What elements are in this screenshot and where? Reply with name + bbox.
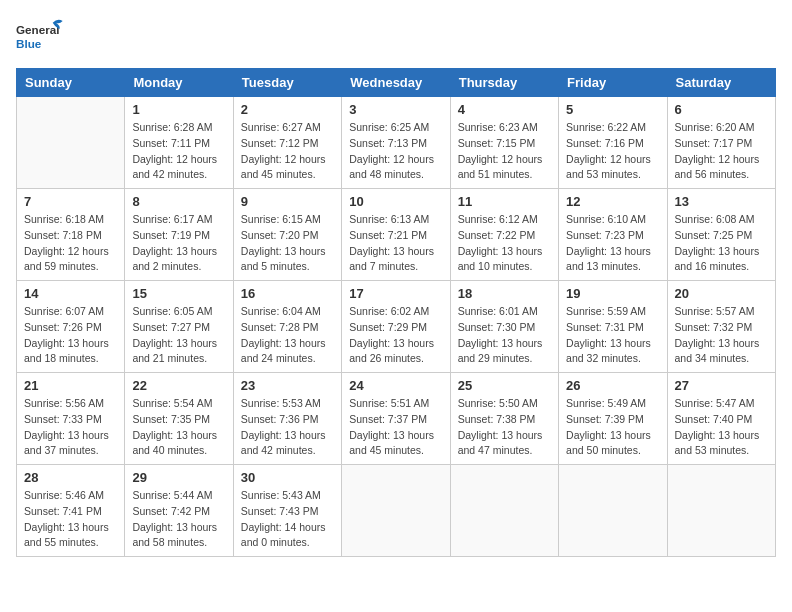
day-number: 10 <box>349 194 442 209</box>
calendar-day-cell: 4Sunrise: 6:23 AMSunset: 7:15 PMDaylight… <box>450 97 558 189</box>
day-info: Sunrise: 6:18 AMSunset: 7:18 PMDaylight:… <box>24 212 117 275</box>
day-number: 3 <box>349 102 442 117</box>
day-number: 13 <box>675 194 768 209</box>
day-number: 16 <box>241 286 334 301</box>
calendar-day-cell: 9Sunrise: 6:15 AMSunset: 7:20 PMDaylight… <box>233 189 341 281</box>
day-info: Sunrise: 6:04 AMSunset: 7:28 PMDaylight:… <box>241 304 334 367</box>
page-header: General Blue <box>16 16 776 56</box>
calendar-day-cell: 26Sunrise: 5:49 AMSunset: 7:39 PMDayligh… <box>559 373 667 465</box>
day-number: 24 <box>349 378 442 393</box>
day-info: Sunrise: 6:12 AMSunset: 7:22 PMDaylight:… <box>458 212 551 275</box>
day-info: Sunrise: 5:53 AMSunset: 7:36 PMDaylight:… <box>241 396 334 459</box>
calendar-day-cell: 11Sunrise: 6:12 AMSunset: 7:22 PMDayligh… <box>450 189 558 281</box>
day-number: 29 <box>132 470 225 485</box>
calendar-day-cell <box>450 465 558 557</box>
calendar-week-row: 1Sunrise: 6:28 AMSunset: 7:11 PMDaylight… <box>17 97 776 189</box>
calendar-day-cell: 22Sunrise: 5:54 AMSunset: 7:35 PMDayligh… <box>125 373 233 465</box>
day-number: 6 <box>675 102 768 117</box>
calendar-week-row: 21Sunrise: 5:56 AMSunset: 7:33 PMDayligh… <box>17 373 776 465</box>
weekday-header: Sunday <box>17 69 125 97</box>
svg-text:General: General <box>16 23 59 36</box>
day-info: Sunrise: 6:05 AMSunset: 7:27 PMDaylight:… <box>132 304 225 367</box>
day-number: 8 <box>132 194 225 209</box>
calendar-day-cell: 19Sunrise: 5:59 AMSunset: 7:31 PMDayligh… <box>559 281 667 373</box>
day-number: 18 <box>458 286 551 301</box>
day-info: Sunrise: 6:13 AMSunset: 7:21 PMDaylight:… <box>349 212 442 275</box>
day-info: Sunrise: 5:43 AMSunset: 7:43 PMDaylight:… <box>241 488 334 551</box>
calendar-day-cell <box>667 465 775 557</box>
day-info: Sunrise: 6:20 AMSunset: 7:17 PMDaylight:… <box>675 120 768 183</box>
calendar-week-row: 28Sunrise: 5:46 AMSunset: 7:41 PMDayligh… <box>17 465 776 557</box>
day-number: 11 <box>458 194 551 209</box>
day-number: 21 <box>24 378 117 393</box>
day-info: Sunrise: 5:57 AMSunset: 7:32 PMDaylight:… <box>675 304 768 367</box>
day-info: Sunrise: 5:51 AMSunset: 7:37 PMDaylight:… <box>349 396 442 459</box>
day-number: 2 <box>241 102 334 117</box>
calendar-day-cell: 1Sunrise: 6:28 AMSunset: 7:11 PMDaylight… <box>125 97 233 189</box>
day-info: Sunrise: 6:27 AMSunset: 7:12 PMDaylight:… <box>241 120 334 183</box>
day-info: Sunrise: 6:25 AMSunset: 7:13 PMDaylight:… <box>349 120 442 183</box>
weekday-header: Friday <box>559 69 667 97</box>
day-info: Sunrise: 5:49 AMSunset: 7:39 PMDaylight:… <box>566 396 659 459</box>
day-number: 23 <box>241 378 334 393</box>
calendar-day-cell: 13Sunrise: 6:08 AMSunset: 7:25 PMDayligh… <box>667 189 775 281</box>
day-number: 7 <box>24 194 117 209</box>
weekday-header: Monday <box>125 69 233 97</box>
day-number: 12 <box>566 194 659 209</box>
calendar-day-cell: 18Sunrise: 6:01 AMSunset: 7:30 PMDayligh… <box>450 281 558 373</box>
calendar-day-cell: 16Sunrise: 6:04 AMSunset: 7:28 PMDayligh… <box>233 281 341 373</box>
calendar-day-cell: 8Sunrise: 6:17 AMSunset: 7:19 PMDaylight… <box>125 189 233 281</box>
day-info: Sunrise: 6:28 AMSunset: 7:11 PMDaylight:… <box>132 120 225 183</box>
day-number: 22 <box>132 378 225 393</box>
logo-icon: General Blue <box>16 16 66 56</box>
day-info: Sunrise: 5:59 AMSunset: 7:31 PMDaylight:… <box>566 304 659 367</box>
day-info: Sunrise: 5:54 AMSunset: 7:35 PMDaylight:… <box>132 396 225 459</box>
day-info: Sunrise: 5:50 AMSunset: 7:38 PMDaylight:… <box>458 396 551 459</box>
day-info: Sunrise: 6:15 AMSunset: 7:20 PMDaylight:… <box>241 212 334 275</box>
day-info: Sunrise: 6:17 AMSunset: 7:19 PMDaylight:… <box>132 212 225 275</box>
calendar-day-cell: 28Sunrise: 5:46 AMSunset: 7:41 PMDayligh… <box>17 465 125 557</box>
weekday-header-row: SundayMondayTuesdayWednesdayThursdayFrid… <box>17 69 776 97</box>
day-number: 1 <box>132 102 225 117</box>
day-number: 14 <box>24 286 117 301</box>
calendar-day-cell: 29Sunrise: 5:44 AMSunset: 7:42 PMDayligh… <box>125 465 233 557</box>
day-info: Sunrise: 5:56 AMSunset: 7:33 PMDaylight:… <box>24 396 117 459</box>
calendar-table: SundayMondayTuesdayWednesdayThursdayFrid… <box>16 68 776 557</box>
weekday-header: Saturday <box>667 69 775 97</box>
calendar-day-cell <box>17 97 125 189</box>
weekday-header: Tuesday <box>233 69 341 97</box>
calendar-day-cell: 3Sunrise: 6:25 AMSunset: 7:13 PMDaylight… <box>342 97 450 189</box>
svg-text:Blue: Blue <box>16 37 42 50</box>
day-number: 17 <box>349 286 442 301</box>
calendar-week-row: 14Sunrise: 6:07 AMSunset: 7:26 PMDayligh… <box>17 281 776 373</box>
day-number: 26 <box>566 378 659 393</box>
calendar-day-cell: 24Sunrise: 5:51 AMSunset: 7:37 PMDayligh… <box>342 373 450 465</box>
day-info: Sunrise: 6:02 AMSunset: 7:29 PMDaylight:… <box>349 304 442 367</box>
day-info: Sunrise: 6:10 AMSunset: 7:23 PMDaylight:… <box>566 212 659 275</box>
calendar-day-cell: 21Sunrise: 5:56 AMSunset: 7:33 PMDayligh… <box>17 373 125 465</box>
day-number: 19 <box>566 286 659 301</box>
day-info: Sunrise: 6:23 AMSunset: 7:15 PMDaylight:… <box>458 120 551 183</box>
calendar-day-cell: 6Sunrise: 6:20 AMSunset: 7:17 PMDaylight… <box>667 97 775 189</box>
logo: General Blue <box>16 16 66 56</box>
calendar-day-cell: 20Sunrise: 5:57 AMSunset: 7:32 PMDayligh… <box>667 281 775 373</box>
calendar-day-cell <box>342 465 450 557</box>
calendar-day-cell: 25Sunrise: 5:50 AMSunset: 7:38 PMDayligh… <box>450 373 558 465</box>
calendar-day-cell: 7Sunrise: 6:18 AMSunset: 7:18 PMDaylight… <box>17 189 125 281</box>
day-number: 27 <box>675 378 768 393</box>
calendar-day-cell: 14Sunrise: 6:07 AMSunset: 7:26 PMDayligh… <box>17 281 125 373</box>
calendar-day-cell: 17Sunrise: 6:02 AMSunset: 7:29 PMDayligh… <box>342 281 450 373</box>
day-number: 15 <box>132 286 225 301</box>
calendar-day-cell: 2Sunrise: 6:27 AMSunset: 7:12 PMDaylight… <box>233 97 341 189</box>
day-number: 25 <box>458 378 551 393</box>
day-number: 20 <box>675 286 768 301</box>
day-info: Sunrise: 6:01 AMSunset: 7:30 PMDaylight:… <box>458 304 551 367</box>
day-info: Sunrise: 6:22 AMSunset: 7:16 PMDaylight:… <box>566 120 659 183</box>
day-number: 28 <box>24 470 117 485</box>
day-info: Sunrise: 5:44 AMSunset: 7:42 PMDaylight:… <box>132 488 225 551</box>
calendar-day-cell: 23Sunrise: 5:53 AMSunset: 7:36 PMDayligh… <box>233 373 341 465</box>
calendar-day-cell: 5Sunrise: 6:22 AMSunset: 7:16 PMDaylight… <box>559 97 667 189</box>
calendar-day-cell <box>559 465 667 557</box>
day-info: Sunrise: 6:08 AMSunset: 7:25 PMDaylight:… <box>675 212 768 275</box>
day-number: 30 <box>241 470 334 485</box>
